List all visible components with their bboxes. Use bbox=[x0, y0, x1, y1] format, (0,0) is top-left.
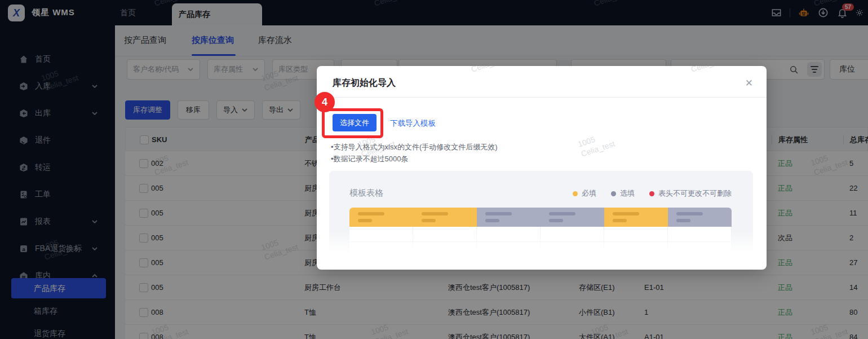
legend-dot bbox=[573, 191, 578, 196]
template-label: 模板表格 bbox=[349, 188, 383, 199]
mock-header-cell-optional bbox=[668, 208, 732, 227]
legend-item-0: 必填 bbox=[573, 188, 596, 199]
mock-header-cell-required bbox=[604, 208, 668, 227]
close-icon[interactable]: ✕ bbox=[745, 77, 753, 89]
mock-header-cell-required bbox=[413, 208, 477, 227]
legend-item-2: 表头不可更改不可删除 bbox=[649, 188, 732, 199]
modal-divider bbox=[317, 97, 767, 98]
modal-title: 库存初始化导入 bbox=[333, 77, 396, 89]
inventory-import-modal: 1005Celia_test1005Celia_test1005Celia_te… bbox=[317, 66, 767, 270]
mock-header-cell-optional bbox=[477, 208, 541, 227]
step-number-badge: 4 bbox=[315, 92, 335, 112]
import-note-1: •支持导入格式为xlsx的文件(手动修改文件后缀无效) bbox=[331, 142, 498, 152]
mock-header-cell-optional bbox=[541, 208, 604, 227]
template-preview-panel: 模板表格 必填 选填 表头不可更改不可删除 bbox=[329, 171, 753, 257]
legend-dot bbox=[649, 191, 654, 196]
legend-dot bbox=[611, 191, 616, 196]
legend-item-1: 选填 bbox=[611, 188, 635, 199]
import-note-2: •数据记录不超过5000条 bbox=[331, 154, 408, 164]
template-legend: 必填 选填 表头不可更改不可删除 bbox=[573, 188, 732, 199]
template-fade bbox=[329, 230, 753, 257]
step-highlight-box bbox=[322, 108, 383, 138]
mock-header-cell-required bbox=[349, 208, 413, 227]
download-template-link[interactable]: 下载导入模板 bbox=[390, 118, 436, 129]
